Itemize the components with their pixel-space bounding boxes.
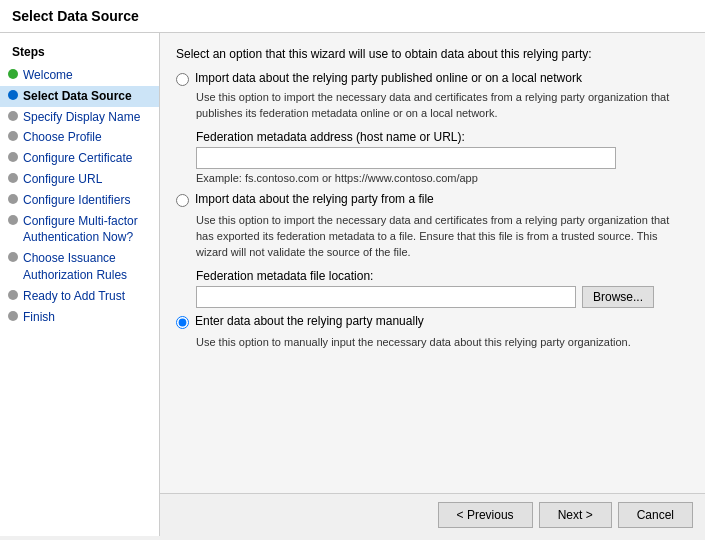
sidebar-dot-choose-issuance [8,252,18,262]
sidebar-item-ready-to-add[interactable]: Ready to Add Trust [0,286,159,307]
sidebar-dot-choose-profile [8,131,18,141]
sidebar-label-configure-identifiers: Configure Identifiers [23,192,130,209]
sidebar-dot-specify-display-name [8,111,18,121]
sidebar-label-finish: Finish [23,309,55,326]
option3-label[interactable]: Enter data about the relying party manua… [195,314,424,328]
option2-field-label: Federation metadata file location: [196,269,689,283]
sidebar-label-select-data-source: Select Data Source [23,88,132,105]
sidebar-item-choose-issuance[interactable]: Choose Issuance Authorization Rules [0,248,159,286]
intro-text: Select an option that this wizard will u… [176,47,689,61]
option1-label[interactable]: Import data about the relying party publ… [195,71,582,85]
option2-label[interactable]: Import data about the relying party from… [195,192,434,206]
option1-description: Use this option to import the necessary … [196,90,689,122]
option2-description: Use this option to import the necessary … [196,213,689,261]
content-area: Select an option that this wizard will u… [160,33,705,536]
sidebar-label-choose-profile: Choose Profile [23,129,102,146]
sidebar-dot-welcome [8,69,18,79]
option1-input[interactable] [196,147,616,169]
option1-row[interactable]: Import data about the relying party publ… [176,71,689,86]
footer-bar: < Previous Next > Cancel [160,493,705,536]
sidebar-dot-configure-multi-factor [8,215,18,225]
option2-row[interactable]: Import data about the relying party from… [176,192,689,207]
sidebar-label-configure-multi-factor: Configure Multi-factor Authentication No… [23,213,151,247]
sidebar-item-configure-url[interactable]: Configure URL [0,169,159,190]
sidebar-dot-configure-identifiers [8,194,18,204]
sidebar-dot-configure-certificate [8,152,18,162]
option3-row[interactable]: Enter data about the relying party manua… [176,314,689,329]
sidebar-label-choose-issuance: Choose Issuance Authorization Rules [23,250,151,284]
previous-button[interactable]: < Previous [438,502,533,528]
sidebar-item-specify-display-name[interactable]: Specify Display Name [0,107,159,128]
page-title: Select Data Source [0,0,705,33]
sidebar-label-ready-to-add: Ready to Add Trust [23,288,125,305]
content-body: Select an option that this wizard will u… [160,33,705,493]
sidebar-label-welcome: Welcome [23,67,73,84]
sidebar: Steps WelcomeSelect Data SourceSpecify D… [0,33,160,536]
browse-button[interactable]: Browse... [582,286,654,308]
sidebar-label-configure-url: Configure URL [23,171,102,188]
sidebar-dot-select-data-source [8,90,18,100]
sidebar-dot-finish [8,311,18,321]
option1-field-group: Federation metadata address (host name o… [196,130,689,184]
option3-description: Use this option to manually input the ne… [196,335,689,351]
option3-radio[interactable] [176,316,189,329]
option1-radio[interactable] [176,73,189,86]
option1-field-label: Federation metadata address (host name o… [196,130,689,144]
option1-example: Example: fs.contoso.com or https://www.c… [196,172,689,184]
sidebar-dot-ready-to-add [8,290,18,300]
sidebar-item-configure-certificate[interactable]: Configure Certificate [0,148,159,169]
sidebar-item-configure-identifiers[interactable]: Configure Identifiers [0,190,159,211]
option2-input[interactable] [196,286,576,308]
sidebar-label-specify-display-name: Specify Display Name [23,109,140,126]
sidebar-item-choose-profile[interactable]: Choose Profile [0,127,159,148]
option2-field-group: Federation metadata file location: Brows… [196,269,689,308]
cancel-button[interactable]: Cancel [618,502,693,528]
sidebar-label-configure-certificate: Configure Certificate [23,150,132,167]
sidebar-item-configure-multi-factor[interactable]: Configure Multi-factor Authentication No… [0,211,159,249]
sidebar-dot-configure-url [8,173,18,183]
sidebar-item-finish[interactable]: Finish [0,307,159,328]
sidebar-heading: Steps [0,41,159,65]
option2-radio[interactable] [176,194,189,207]
sidebar-item-select-data-source[interactable]: Select Data Source [0,86,159,107]
sidebar-item-welcome[interactable]: Welcome [0,65,159,86]
next-button[interactable]: Next > [539,502,612,528]
